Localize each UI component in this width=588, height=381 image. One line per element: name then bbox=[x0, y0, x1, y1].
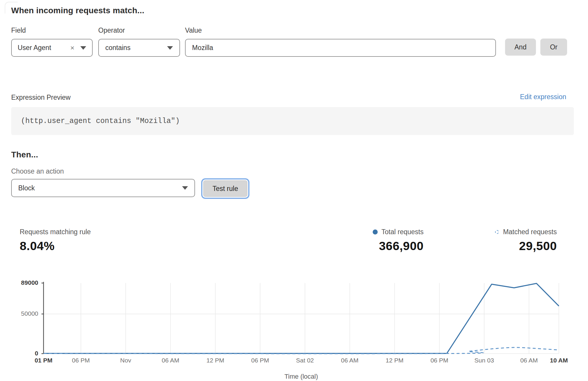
requests-chart: Time (local) 0500008900001 PM06 PMNov06 … bbox=[0, 279, 588, 381]
action-select-value: Block bbox=[18, 184, 182, 192]
choose-action-label: Choose an action bbox=[11, 167, 64, 175]
x-tick-label: Nov bbox=[105, 357, 146, 364]
action-select[interactable]: Block bbox=[11, 179, 195, 197]
stat-total-requests: Total requests 366,900 bbox=[373, 228, 424, 253]
clear-icon[interactable]: × bbox=[70, 44, 74, 51]
x-tick-label: 01 PM bbox=[23, 357, 64, 364]
expression-preview-label: Expression Preview bbox=[11, 94, 71, 102]
total-requests-dot-icon bbox=[373, 229, 378, 234]
expression-code-block: (http.user_agent contains "Mozilla") bbox=[11, 107, 574, 135]
or-button[interactable]: Or bbox=[540, 39, 567, 56]
stat-matched-label: Matched requests bbox=[503, 228, 557, 236]
field-select[interactable]: User Agent × bbox=[11, 39, 93, 57]
then-heading: Then... bbox=[11, 150, 38, 159]
y-tick-label: 50000 bbox=[0, 310, 38, 317]
chevron-down-icon bbox=[167, 46, 173, 50]
y-tick-label: 0 bbox=[0, 350, 38, 357]
value-label: Value bbox=[185, 26, 202, 34]
field-label: Field bbox=[11, 26, 26, 34]
chevron-down-icon bbox=[80, 46, 86, 50]
stat-matched-requests: Matched requests 29,500 bbox=[495, 228, 557, 253]
stat-requests-matching-rule: Requests matching rule 8.04% bbox=[20, 228, 91, 253]
edit-expression-link[interactable]: Edit expression bbox=[520, 93, 566, 101]
x-tick-label: 06 AM bbox=[329, 357, 370, 364]
operator-select[interactable]: contains bbox=[98, 39, 180, 57]
series-line-solid bbox=[44, 283, 559, 353]
x-tick-label: 06 AM bbox=[150, 357, 191, 364]
y-tick-label: 89000 bbox=[0, 279, 38, 286]
stat-matching-value: 8.04% bbox=[20, 239, 91, 253]
chevron-down-icon bbox=[182, 186, 188, 190]
x-tick-label: 12 PM bbox=[195, 357, 236, 364]
expression-code: (http.user_agent contains "Mozilla") bbox=[21, 107, 180, 135]
and-button[interactable]: And bbox=[505, 39, 536, 56]
operator-label: Operator bbox=[98, 26, 125, 34]
requests-chart-canvas bbox=[0, 279, 588, 359]
value-input[interactable] bbox=[185, 39, 496, 57]
x-tick-label: 12 PM bbox=[374, 357, 415, 364]
x-tick-label: 06 PM bbox=[419, 357, 460, 364]
x-tick-label: 10 AM bbox=[538, 357, 579, 364]
x-tick-label: 06 PM bbox=[60, 357, 101, 364]
test-rule-button[interactable]: Test rule bbox=[203, 180, 247, 197]
stat-total-value: 366,900 bbox=[373, 239, 424, 253]
when-requests-match-heading: When incoming requests match... bbox=[11, 6, 144, 15]
stat-total-label: Total requests bbox=[382, 228, 424, 236]
x-tick-label: Sat 02 bbox=[284, 357, 326, 364]
operator-select-value: contains bbox=[105, 44, 167, 52]
stat-matching-label: Requests matching rule bbox=[20, 228, 91, 236]
matched-requests-dashed-circle-icon bbox=[495, 230, 499, 234]
time-axis-caption: Time (local) bbox=[272, 373, 331, 380]
stat-matched-value: 29,500 bbox=[495, 239, 557, 253]
x-tick-label: 06 PM bbox=[239, 357, 281, 364]
x-tick-label: Sun 03 bbox=[464, 357, 505, 364]
field-select-value: User Agent bbox=[18, 44, 70, 52]
series-line-dashed bbox=[44, 347, 559, 354]
firewall-rule-editor: { "rule_builder": { "heading": "When inc… bbox=[0, 0, 588, 381]
